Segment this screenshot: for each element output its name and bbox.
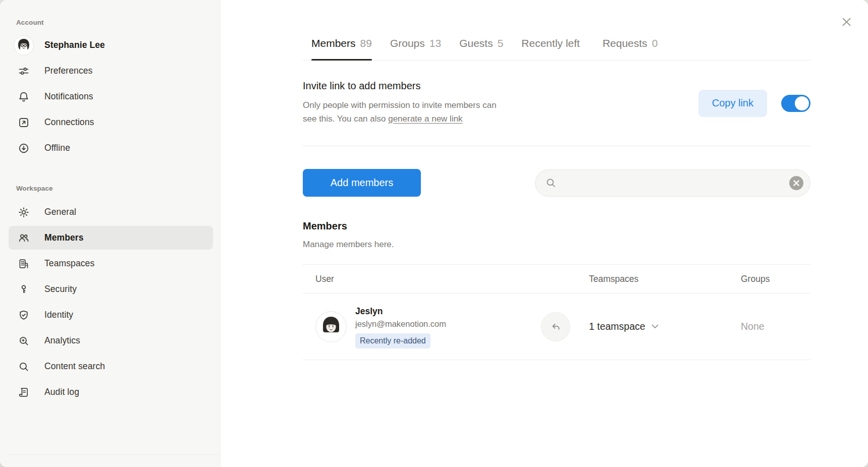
gear-icon (16, 205, 31, 220)
building-icon (16, 256, 31, 271)
members-list-title: Members (303, 219, 810, 233)
scroll-icon (16, 385, 31, 400)
tab-count: 13 (429, 37, 441, 49)
sidebar-item-security[interactable]: Security (9, 277, 213, 301)
tab-label: Recently left (521, 37, 580, 49)
sidebar-item-label: Security (44, 284, 77, 295)
tab-guests[interactable]: Guests 5 (459, 37, 503, 60)
sidebar-item-label: Identity (44, 310, 73, 320)
copy-link-button[interactable]: Copy link (698, 90, 767, 117)
invite-description-line2: see this. You can also (303, 114, 388, 124)
invite-link-section: Invite link to add members Only people w… (303, 79, 810, 126)
settings-dialog: Account Stephanie Lee (0, 0, 868, 467)
user-text-block: Jeslyn jeslyn@makenotion.com Recently re… (355, 305, 446, 348)
bell-icon (16, 89, 31, 104)
sidebar-item-account-profile[interactable]: Stephanie Lee (9, 33, 213, 57)
members-tabs: Members 89 Groups 13 Guests 5 Recently l… (303, 0, 810, 61)
table-header-row: User Teamspaces Groups (303, 264, 810, 294)
key-icon (16, 282, 31, 297)
invite-link-controls: Copy link (698, 81, 810, 126)
shield-check-icon (16, 308, 31, 323)
undo-arrow-icon (550, 321, 561, 332)
member-name: Jeslyn (355, 305, 446, 317)
people-icon (16, 230, 31, 246)
clear-search-button[interactable] (789, 176, 804, 191)
sidebar-item-connections[interactable]: Connections (9, 110, 213, 134)
invite-link-toggle[interactable] (781, 95, 810, 112)
undo-button[interactable] (541, 312, 570, 341)
tab-count: 5 (498, 37, 504, 49)
sidebar-item-label: Content search (44, 361, 105, 372)
sidebar-divider (9, 454, 220, 455)
tab-label: Requests (603, 37, 647, 49)
sidebar-item-label: General (44, 207, 76, 217)
status-badge: Recently re-added (355, 333, 430, 348)
invite-link-title: Invite link to add members (303, 79, 497, 93)
tab-requests[interactable]: Requests 0 (603, 37, 658, 60)
search-icon (546, 178, 557, 189)
user-cell: Jeslyn jeslyn@makenotion.com Recently re… (315, 305, 589, 348)
sidebar-item-label: Teamspaces (44, 258, 94, 269)
sidebar-item-identity[interactable]: Identity (9, 303, 213, 327)
tab-label: Guests (459, 37, 493, 49)
members-search-box[interactable] (535, 169, 810, 197)
sidebar-item-label: Connections (44, 117, 94, 128)
sidebar-item-label: Audit log (44, 387, 79, 397)
sidebar-item-audit-log[interactable]: Audit log (9, 380, 213, 404)
search-input[interactable] (563, 178, 789, 188)
column-header-user: User (315, 274, 589, 284)
column-header-groups: Groups (741, 274, 810, 284)
sidebar-item-preferences[interactable]: Preferences (9, 59, 213, 83)
sidebar-item-label: Analytics (44, 335, 80, 346)
tab-recently-left[interactable]: Recently left (521, 37, 584, 60)
column-header-teamspaces: Teamspaces (589, 274, 741, 284)
sidebar-item-label: Members (44, 232, 84, 243)
tab-groups[interactable]: Groups 13 (390, 37, 441, 60)
tab-label: Members (311, 37, 356, 49)
member-avatar (315, 311, 347, 342)
teamspaces-value: 1 teamspace (589, 321, 645, 332)
sidebar-item-analytics[interactable]: Analytics (9, 329, 213, 353)
sidebar-item-offline[interactable]: Offline (9, 136, 213, 160)
sliders-icon (16, 64, 31, 79)
chevron-down-icon (652, 324, 659, 329)
invite-description-line1: Only people with permission to invite me… (303, 100, 497, 110)
sidebar-item-general[interactable]: General (9, 200, 213, 224)
member-email: jeslyn@makenotion.com (355, 318, 446, 329)
sidebar-item-label: Stephanie Lee (44, 40, 105, 50)
add-members-button[interactable]: Add members (303, 169, 421, 197)
tab-members[interactable]: Members 89 (311, 37, 372, 60)
close-icon (842, 18, 851, 26)
members-list-subtitle: Manage members here. (303, 238, 810, 251)
groups-value: None (741, 321, 810, 332)
toggle-knob (795, 96, 809, 110)
sidebar-item-notifications[interactable]: Notifications (9, 85, 213, 108)
sidebar-item-teamspaces[interactable]: Teamspaces (9, 252, 213, 275)
settings-sidebar: Account Stephanie Lee (0, 0, 221, 467)
tab-count: 0 (652, 37, 658, 49)
sidebar-item-label: Preferences (44, 66, 92, 76)
sidebar-section-workspace: Workspace (9, 183, 213, 194)
generate-new-link[interactable]: generate a new link (388, 114, 462, 124)
settings-main-panel: Members 89 Groups 13 Guests 5 Recently l… (221, 0, 868, 467)
teamspaces-dropdown[interactable]: 1 teamspace (589, 321, 741, 332)
search-icon (16, 359, 31, 374)
x-circle-icon (789, 176, 804, 191)
arrow-up-right-box-icon (16, 115, 31, 130)
user-avatar (14, 35, 34, 55)
invite-link-description: Only people with permission to invite me… (303, 98, 497, 126)
sidebar-item-label: Offline (44, 143, 70, 153)
section-divider (303, 146, 810, 146)
close-button[interactable] (838, 13, 855, 30)
members-actions-row: Add members (303, 169, 810, 197)
tab-label: Groups (390, 37, 425, 49)
tab-count: 89 (360, 37, 372, 49)
table-row: Jeslyn jeslyn@makenotion.com Recently re… (303, 294, 810, 360)
sidebar-item-label: Notifications (44, 91, 93, 102)
members-table: User Teamspaces Groups (303, 264, 810, 360)
sidebar-item-content-search[interactable]: Content search (9, 355, 213, 378)
sidebar-item-members[interactable]: Members (9, 226, 213, 250)
invite-link-text-block: Invite link to add members Only people w… (303, 79, 497, 126)
magnifier-sparkle-icon (16, 333, 31, 348)
download-circle-icon (16, 141, 31, 156)
